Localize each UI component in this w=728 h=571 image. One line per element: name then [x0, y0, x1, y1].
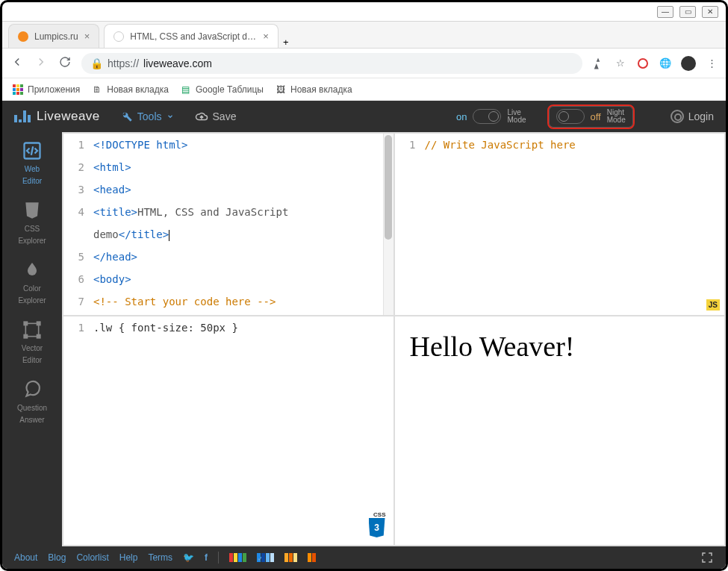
svg-rect-4 [16, 88, 19, 91]
palette-swatch[interactable]: ✓ [257, 553, 274, 562]
login-button[interactable]: Login [671, 110, 714, 123]
css3-icon [21, 199, 43, 222]
footer-link-terms[interactable]: Terms [148, 552, 172, 563]
palette-swatch[interactable] [308, 553, 316, 562]
tab-close-icon[interactable]: × [84, 31, 90, 42]
menu-icon[interactable]: ⋮ [705, 57, 718, 70]
user-icon [671, 110, 684, 123]
maximize-button[interactable]: ▭ [679, 6, 696, 18]
js-badge: JS [706, 299, 720, 311]
lock-icon: 🔒 [90, 57, 103, 69]
html-pane[interactable]: 1<!DOCTYPE html>2<html>3<head>4<title>HT… [63, 133, 394, 316]
profile-avatar[interactable] [681, 56, 696, 71]
footer-link-help[interactable]: Help [119, 552, 138, 563]
toggle-switch[interactable] [473, 109, 501, 124]
liveweave-logo[interactable]: Liveweave [14, 109, 100, 124]
address-bar[interactable]: 🔒 https://liveweave.com [81, 53, 582, 74]
url-host: liveweave.com [143, 57, 212, 69]
night-mode-toggle[interactable]: off NightMode [547, 104, 635, 129]
globe-extension-icon[interactable]: 🌐 [659, 57, 672, 70]
js-pane[interactable]: 1// Write JavaScript here JS [394, 133, 726, 316]
code-icon [21, 140, 43, 162]
bookmark-item[interactable]: ▤Google Таблицы [181, 84, 264, 95]
css-badge: 3 [367, 517, 388, 539]
new-tab-button[interactable]: + [283, 37, 289, 48]
facebook-icon[interactable]: f [205, 552, 208, 563]
sidebar-item-css-explorer[interactable]: CSSExplorer [18, 199, 46, 246]
preview-output: Hello Weaver! [395, 316, 725, 376]
save-button[interactable]: Save [195, 110, 237, 123]
svg-rect-2 [20, 84, 23, 87]
bookmark-item[interactable]: 🗎Новая вкладка [92, 84, 169, 95]
svg-rect-7 [16, 92, 19, 95]
sidebar-item-color-explorer[interactable]: ColorExplorer [18, 259, 46, 305]
tab-close-icon[interactable]: × [263, 31, 269, 42]
sidebar: WebEditor CSSExplorer ColorExplorer Vect… [2, 132, 62, 546]
live-mode-toggle[interactable]: on LiveMode [456, 109, 526, 125]
bookmarks-bar: Приложения 🗎Новая вкладка ▤Google Таблиц… [2, 78, 726, 101]
svg-rect-3 [13, 88, 16, 91]
favicon-icon [18, 31, 28, 42]
footer-link-colorlist[interactable]: Colorlist [76, 552, 108, 563]
svg-rect-12 [37, 322, 40, 325]
bookmark-item[interactable]: 🖼Новая вкладка [276, 84, 352, 95]
scrollbar-thumb[interactable] [385, 135, 392, 240]
chevron-down-icon [167, 113, 174, 120]
preview-pane: Hello Weaver! [394, 316, 726, 546]
footer-link-about[interactable]: About [14, 552, 37, 563]
palette-swatch[interactable] [284, 553, 297, 562]
scrollbar[interactable] [383, 134, 393, 315]
toggle-switch[interactable] [556, 109, 585, 124]
sidebar-item-web-editor[interactable]: WebEditor [21, 140, 43, 186]
tools-icon [121, 110, 133, 122]
css-pane[interactable]: 1.lw { font-size: 50px } CSS 3 [63, 316, 394, 546]
footer: About Blog Colorlist Help Terms 🐦 f ✓ [2, 546, 726, 569]
svg-rect-13 [24, 335, 27, 338]
twitter-icon[interactable]: 🐦 [183, 552, 194, 563]
star-icon[interactable]: ☆ [614, 57, 627, 70]
favicon-icon [113, 31, 124, 42]
reload-button[interactable] [57, 56, 72, 70]
translate-icon[interactable] [591, 57, 605, 70]
fullscreen-icon[interactable] [700, 551, 714, 564]
browser-tab-active[interactable]: HTML, CSS and JavaScript demo × [104, 24, 279, 48]
tab-title: HTML, CSS and JavaScript demo [130, 31, 257, 42]
drop-icon [21, 259, 43, 281]
tools-menu[interactable]: Tools [121, 110, 174, 122]
cloud-save-icon [195, 110, 208, 123]
svg-rect-5 [20, 88, 23, 91]
svg-rect-0 [13, 84, 16, 87]
url-scheme: https:// [108, 57, 139, 69]
footer-link-blog[interactable]: Blog [48, 552, 66, 563]
logo-bars-icon [14, 110, 31, 122]
image-icon: 🖼 [276, 84, 286, 95]
apps-icon [13, 84, 23, 95]
tab-title: Lumpics.ru [34, 31, 78, 42]
palette-swatch[interactable] [229, 553, 246, 562]
brand-name: Liveweave [37, 109, 100, 124]
close-button[interactable]: ✕ [702, 6, 718, 18]
chat-icon [21, 378, 43, 401]
minimize-button[interactable]: — [657, 6, 673, 18]
back-button[interactable] [10, 55, 25, 71]
doc-icon: 🗎 [92, 84, 102, 95]
sheets-icon: ▤ [181, 84, 191, 95]
svg-rect-8 [20, 92, 23, 95]
svg-rect-6 [13, 92, 16, 95]
forward-button[interactable] [34, 55, 49, 71]
opera-extension-icon[interactable] [636, 57, 650, 70]
vector-icon [21, 319, 43, 341]
sidebar-item-vector-editor[interactable]: VectorEditor [21, 319, 43, 365]
bookmark-apps[interactable]: Приложения [13, 84, 80, 95]
svg-rect-1 [16, 84, 19, 87]
svg-rect-11 [24, 322, 27, 325]
browser-tab[interactable]: Lumpics.ru × [8, 24, 99, 48]
svg-rect-14 [37, 335, 40, 338]
sidebar-item-qa[interactable]: QuestionAnswer [17, 378, 47, 425]
